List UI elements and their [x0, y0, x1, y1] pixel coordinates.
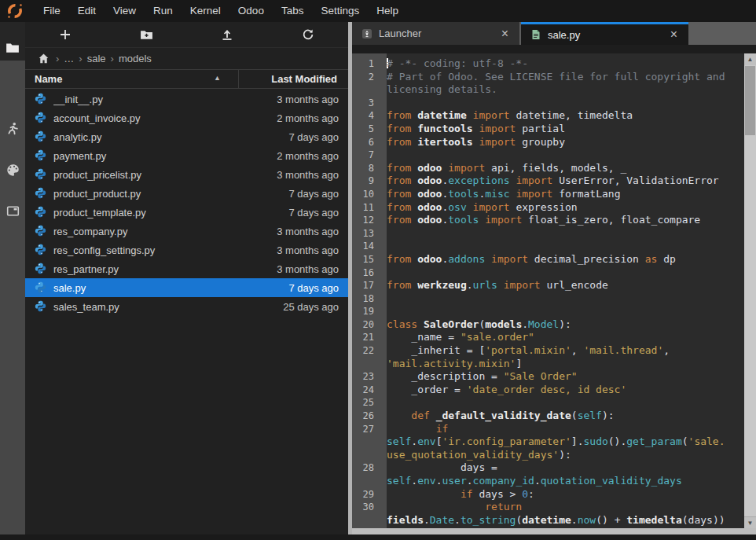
file-row-res_config_settings.py[interactable]: res_config_settings.py3 months ago [25, 241, 348, 259]
file-row-product_product.py[interactable]: product_product.py7 days ago [25, 184, 348, 203]
file-row-payment.py[interactable]: payment.py2 months ago [25, 146, 348, 165]
file-browser-panel: ›…›sale›models Name ▲ Last Modified __in… [25, 22, 348, 534]
code-editor[interactable]: 1# -*- coding: utf-8 -*-2# Part of Odoo.… [352, 53, 744, 528]
file-last-modified: 7 days ago [230, 282, 348, 294]
menu-bar-items: FileEditViewRunKernelOdooTabsSettingsHel… [35, 0, 407, 22]
file-row-product_template.py[interactable]: product_template.py7 days ago [25, 203, 348, 222]
code-text [380, 266, 387, 280]
menu-odoo[interactable]: Odoo [229, 0, 273, 22]
new-launcher-button[interactable] [50, 24, 81, 45]
tab-sale-py[interactable]: sale.py× [521, 22, 688, 45]
breadcrumb-separator: › [79, 53, 82, 64]
code-text [380, 227, 387, 241]
file-row-product_pricelist.py[interactable]: product_pricelist.py3 months ago [25, 165, 348, 184]
column-header-name[interactable]: Name ▲ [25, 73, 238, 85]
menu-tabs[interactable]: Tabs [273, 0, 313, 22]
scroll-up-icon[interactable]: ▲ [744, 53, 756, 65]
breadcrumb-segment[interactable]: models [119, 53, 152, 64]
close-icon[interactable]: × [497, 28, 513, 40]
tab-launcher[interactable]: Launcher× [352, 22, 519, 45]
code-lines: 1# -*- coding: utf-8 -*-2# Part of Odoo.… [352, 57, 744, 527]
file-last-modified: 3 months ago [230, 226, 348, 237]
line-number: 30 [352, 501, 380, 514]
menu-kernel[interactable]: Kernel [182, 0, 229, 22]
column-header-last-modified[interactable]: Last Modified [238, 70, 348, 88]
file-row-sales_team.py[interactable]: sales_team.py25 days ago [25, 297, 348, 316]
line-number: 22 [352, 344, 380, 358]
file-browser-tab[interactable] [0, 35, 25, 61]
code-text: from odoo.osv import expression [380, 201, 578, 215]
code-line-15: 15from odoo.addons import decimal_precis… [352, 253, 744, 266]
code-text: from datetime import datetime, timedelta [380, 109, 633, 123]
home-icon[interactable] [38, 53, 50, 64]
commands-tab[interactable] [0, 157, 25, 182]
menu-bar: FileEditViewRunKernelOdooTabsSettingsHel… [0, 0, 756, 22]
tab-label: sale.py [548, 29, 666, 41]
menu-file[interactable]: File [35, 0, 69, 22]
file-name: sales_team.py [53, 301, 230, 313]
file-name: sale.py [53, 282, 230, 294]
name-column-label: Name [35, 73, 62, 85]
line-number: 2 [352, 71, 380, 84]
code-text: from odoo import api, fields, models, _ [380, 162, 626, 175]
file-last-modified: 3 months ago [230, 169, 348, 181]
close-icon[interactable]: × [666, 28, 682, 41]
python-icon [35, 93, 46, 105]
code-line-25: 25 [352, 396, 744, 410]
code-line-17: 17from werkzeug.urls import url_encode [352, 279, 744, 292]
menu-edit[interactable]: Edit [69, 0, 105, 22]
line-number: 5 [352, 123, 380, 136]
breadcrumb-separator: › [56, 53, 59, 64]
code-text: class SaleOrder(models.Model): [380, 318, 571, 332]
line-number: 3 [352, 97, 380, 110]
line-number: 10 [352, 188, 380, 201]
breadcrumb-segment[interactable]: … [64, 53, 74, 64]
code-text: if [380, 423, 448, 436]
file-name: res_partner.py [53, 263, 230, 275]
upload-button[interactable] [211, 24, 243, 45]
menu-settings[interactable]: Settings [312, 0, 368, 22]
file-row-res_company.py[interactable]: res_company.py3 months ago [25, 222, 348, 241]
code-line-1: 1# -*- coding: utf-8 -*- [352, 57, 744, 71]
code-text: licensing details. [380, 83, 497, 97]
file-browser-toolbar [25, 22, 348, 48]
code-text: def _default_validity_date(self): [380, 410, 615, 423]
menu-view[interactable]: View [105, 0, 145, 22]
file-row-sale.py[interactable]: sale.py7 days ago [25, 278, 348, 297]
python-file-icon [530, 29, 541, 40]
code-line-5: 5from functools import partial [352, 123, 744, 136]
code-line-29: 29 if days > 0: [352, 488, 744, 501]
code-line-3: 3 [352, 97, 744, 110]
scroll-down-icon[interactable]: ▼ [744, 516, 756, 528]
python-icon [35, 300, 46, 312]
activity-sidebar [0, 22, 25, 534]
horizontal-scrollbar[interactable] [352, 528, 756, 534]
breadcrumb-separator: › [111, 53, 114, 64]
new-folder-button[interactable] [130, 24, 162, 45]
file-row-account_invoice.py[interactable]: account_invoice.py2 months ago [25, 108, 348, 127]
open-tabs-icon [6, 204, 20, 218]
code-text [380, 396, 387, 410]
code-text: from odoo.addons import decimal_precisio… [380, 253, 676, 266]
refresh-button[interactable] [292, 24, 324, 45]
code-line-19: 19 [352, 305, 744, 318]
python-icon [35, 244, 46, 255]
code-line-20: 20class SaleOrder(models.Model): [352, 318, 744, 332]
menu-run[interactable]: Run [145, 0, 182, 22]
menu-help[interactable]: Help [368, 0, 407, 22]
file-row-res_partner.py[interactable]: res_partner.py3 months ago [25, 259, 348, 278]
line-number: 11 [352, 201, 380, 215]
line-number: 24 [352, 384, 380, 397]
file-name: analytic.py [53, 131, 230, 143]
scrollbar-thumb[interactable] [745, 66, 755, 135]
vertical-scrollbar[interactable]: ▲ ▼ [744, 53, 756, 528]
running-sessions-tab[interactable] [0, 116, 25, 141]
file-name: res_config_settings.py [53, 244, 230, 256]
file-row-__init__.py[interactable]: __init__.py3 months ago [25, 90, 348, 108]
breadcrumb-items: ›…›sale›models [51, 53, 152, 64]
editor-panel: Launcher×sale.py× 1# -*- coding: utf-8 -… [352, 22, 756, 534]
breadcrumb-segment[interactable]: sale [87, 53, 106, 64]
open-tabs-tab[interactable] [0, 198, 25, 223]
folder-icon [6, 41, 20, 55]
file-row-analytic.py[interactable]: analytic.py7 days ago [25, 127, 348, 146]
